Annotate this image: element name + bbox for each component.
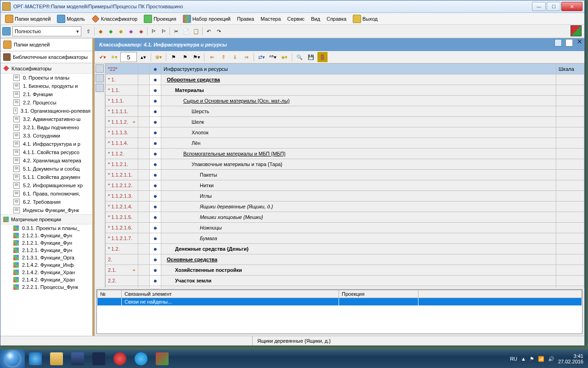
arrow-up-button[interactable]: ⇑ (218, 52, 228, 62)
sidebar-section-classifiers[interactable]: Классификаторы (0, 63, 92, 74)
grid-row[interactable]: *22*Инфраструктура и ресурсыШкала (106, 64, 584, 75)
flag1-button[interactable]: ⚑ (169, 52, 179, 62)
copy-button[interactable]: 📄 (181, 26, 191, 36)
grid-row[interactable]: * 1.1.2.1.1.Пакеты (106, 170, 584, 180)
taskbar-media[interactable] (67, 350, 88, 368)
panel-restore-icon[interactable] (554, 39, 562, 46)
paste-button[interactable]: 📋 (191, 26, 201, 36)
classifier-grid[interactable]: *22*Инфраструктура и ресурсыШкала* 1.Обо… (105, 63, 584, 288)
maximize-button[interactable]: ☐ (547, 2, 560, 11)
sidebar-section-folders[interactable]: Папки моделей (0, 38, 92, 51)
menu-projection[interactable]: Проекция (141, 14, 179, 24)
minimize-button[interactable]: — (532, 2, 546, 11)
links-col-num[interactable]: № (97, 290, 122, 298)
grid-row[interactable]: * 1.1.1.4.Лён (106, 138, 584, 149)
tool-btn-3[interactable]: ◆ (116, 26, 126, 36)
grid-row[interactable]: * 1.1.2.1.2.Нитки (106, 180, 584, 191)
grid-row[interactable]: 2.3.+Тепловое оборудование (106, 286, 584, 288)
tray-lang[interactable]: RU (510, 356, 517, 362)
tray-clock[interactable]: 3:41 27.02.2016 (558, 353, 583, 364)
sidebar-item[interactable]: 5.2. Информационные хр (0, 181, 92, 190)
sidebar-item[interactable]: 0. Проекты и планы (0, 74, 92, 82)
sidebar-matrix-item[interactable]: 2.1.2.1. Функции_Фун (0, 232, 92, 239)
sidebar-matrix-item[interactable]: 2.2.2.1. Процессы_Функ (0, 283, 92, 291)
start-button[interactable] (0, 350, 25, 368)
sidebar-item[interactable]: 5.1. Документы и сообщ (0, 165, 92, 173)
menu-view[interactable]: Вид (308, 15, 323, 23)
menu-folders[interactable]: Папки моделей (2, 14, 53, 24)
level-input[interactable] (120, 52, 137, 62)
grid-row[interactable]: * 1.1.2.Вспомогательные материалы и МБП … (106, 149, 584, 159)
grid-row[interactable]: * 1.1.2.1.3.Иглы (106, 191, 584, 201)
grid-row[interactable]: * 1.1.2.1.5.Мешки холщовые {Мешки} (106, 212, 584, 223)
check-button[interactable]: ✔▾ (97, 52, 107, 62)
expand-button[interactable]: ⊕▾ (153, 52, 164, 62)
tray-flag-icon[interactable]: ▲ (521, 356, 526, 362)
tool-flag-2[interactable]: 🏳 (158, 26, 169, 36)
taskbar-explorer[interactable] (46, 350, 67, 368)
sidebar-item[interactable]: 3.2.1. Виды подчиненно (0, 123, 92, 132)
tool-btn-4[interactable]: ◆ (126, 26, 136, 36)
sidebar-item[interactable]: 3.3. Сотрудники (0, 132, 92, 140)
sidebar-matrix-item[interactable]: 2.1.4.2. Функции_Хран (0, 276, 92, 283)
panel-new-icon[interactable] (565, 39, 573, 46)
gutter-btn-2[interactable] (96, 74, 104, 82)
taskbar-player[interactable] (88, 350, 109, 368)
arrow-right-button[interactable]: ⇒ (241, 52, 251, 62)
taskbar-skype[interactable] (130, 350, 152, 368)
menu-classifier[interactable]: Классификатор (89, 14, 140, 24)
grid-row[interactable]: 2.2.Участок земли (106, 276, 584, 286)
grid-row[interactable]: * 1.1.Материалы (106, 85, 584, 96)
grid-row[interactable]: * 1.1.1.1.Шерсть (106, 106, 584, 117)
grid-row[interactable]: * 1.1.1.Сырье и Основные материалы {Осн.… (106, 96, 584, 106)
grid-row[interactable]: * 1.1.2.1.6.Ножницы (106, 223, 584, 233)
tray-action-center-icon[interactable]: ⚑ (530, 356, 534, 362)
grid-row[interactable]: * 1.Оборотные средства (106, 75, 584, 85)
save-button[interactable]: 💾 (306, 52, 316, 62)
menu-edit[interactable]: Правка (234, 15, 257, 23)
level-spinner[interactable]: ▴▾ (138, 52, 148, 62)
gutter-btn-1[interactable] (96, 64, 104, 73)
flag2-button[interactable]: ⚑ (180, 52, 190, 62)
arrow-left-button[interactable]: ⇐ (207, 52, 217, 62)
grid-row[interactable]: * 1.2.Денежные средства {Деньги} (106, 244, 584, 254)
gutter-btn-3[interactable] (96, 84, 104, 92)
links-col-projection[interactable]: Проекция (339, 290, 418, 298)
taskbar-ie[interactable] (25, 350, 46, 368)
grid-row[interactable]: * 1.1.2.1.7.Бумага (106, 233, 584, 244)
door-exit-button[interactable]: 🚪 (317, 52, 328, 62)
sidebar-item[interactable]: 3.2. Административно-ш (0, 115, 92, 123)
undo-button[interactable]: ↶ (204, 26, 214, 36)
close-button[interactable]: ✕ (561, 2, 582, 11)
sidebar-item[interactable]: 3.1. Организационно-ролевая (0, 107, 92, 115)
sidebar-item[interactable]: 4.1.1. Свойства ресурсо (0, 148, 92, 156)
menu-exit[interactable]: Выход (350, 14, 380, 24)
arrow-down-button[interactable]: ⇓ (230, 52, 240, 62)
sidebar-section-library[interactable]: Библиотечные классификаторы (0, 51, 92, 63)
abc-button[interactable]: ᴬᴮ▾ (268, 52, 278, 62)
tray-volume-icon[interactable]: 🔊 (548, 356, 554, 362)
panel-close-icon[interactable]: ✕ (577, 39, 582, 46)
tool-btn-2[interactable]: ◆ (106, 26, 116, 36)
grid-row[interactable]: 2.Основные средства (106, 254, 584, 265)
sidebar-item[interactable]: 6.2. Требования (0, 198, 92, 206)
tool-flag-1[interactable]: 🏳 (148, 26, 158, 36)
tray-network-icon[interactable]: 📶 (538, 356, 544, 362)
sidebar-matrix-item[interactable]: 0.3.1. Проекты и планы_ (0, 224, 92, 232)
grid-row[interactable]: * 1.1.2.1.Упаковочные материалы и тара {… (106, 159, 584, 170)
grid-row[interactable]: * 1.1.2.1.4.Ящики деревянные {Ящики, д.} (106, 201, 584, 212)
sidebar-item[interactable]: 4.2. Хранилища материа (0, 156, 92, 165)
menu-model[interactable]: Модель (54, 14, 87, 24)
indicator-button[interactable]: ◈▾ (279, 52, 289, 62)
sidebar-item[interactable]: 4.1. Инфраструктура и р (0, 140, 92, 148)
tool-btn-1[interactable]: ◆ (96, 26, 106, 36)
links-row-empty[interactable]: Связи не найдены... (97, 298, 582, 306)
taskbar-opera[interactable] (109, 350, 130, 368)
menu-help[interactable]: Справка (324, 15, 349, 23)
sidebar-item[interactable]: 6.1. Права, полномочия, (0, 190, 92, 198)
new-item-button[interactable]: ✳▾ (109, 52, 119, 62)
sidebar-item[interactable]: 5.1.1. Свойства докумен (0, 173, 92, 181)
nav-up-button[interactable]: ⇧ (83, 26, 93, 36)
sidebar-section-matrix[interactable]: Матричные проекции (0, 214, 92, 224)
sidebar-matrix-item[interactable]: 2.1.4.2. Функции_Хран (0, 269, 92, 276)
